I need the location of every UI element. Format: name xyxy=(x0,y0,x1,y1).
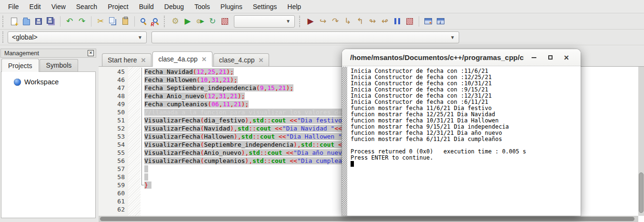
editor-tab-start-here[interactable]: Start here✕ xyxy=(102,53,151,66)
save-file-icon[interactable] xyxy=(32,15,45,27)
debugging-windows-icon[interactable] xyxy=(422,15,434,27)
replace-icon[interactable] xyxy=(150,15,162,27)
workspace-label: Workspace xyxy=(24,78,59,86)
redo-icon[interactable]: ↷ xyxy=(76,15,88,27)
scope-fold-line xyxy=(141,68,144,185)
menu-item-view[interactable]: View xyxy=(46,3,71,10)
terminal-output: Inicia Constructor de fecha con :11/6/21… xyxy=(351,68,580,167)
management-title: Management xyxy=(4,50,39,57)
management-panel: Management ✕ ProjectsSymbols Workspace xyxy=(0,49,97,222)
terminal-scrollbar[interactable] xyxy=(342,67,347,216)
build-target-select[interactable]: ▼ xyxy=(234,15,295,28)
chevron-down-icon: ▼ xyxy=(138,35,142,40)
debugger-toolbar: ▶↪↷↳↰↬↫ xyxy=(304,15,447,27)
terminal-window: /home/msantos/Documentos/c++/programas_c… xyxy=(342,49,581,216)
editor-tab-label: clase_4a.cpp xyxy=(158,55,198,63)
build-and-run-icon[interactable]: ⚙▶ xyxy=(194,15,206,27)
menu-item-file[interactable]: File xyxy=(3,3,24,10)
menu-item-plugins[interactable]: Plugins xyxy=(215,3,248,10)
terminal-line: Press ENTER to continue. xyxy=(351,155,580,161)
step-out-icon[interactable]: ↰ xyxy=(354,15,366,27)
terminal-body: Inicia Constructor de fecha con :11/6/21… xyxy=(342,67,581,216)
toolbar-grip[interactable] xyxy=(299,16,302,27)
toolbar-separator xyxy=(60,16,60,27)
compiler-toolbar: ⚙▶⚙▶↻▼ xyxy=(169,15,298,28)
scope-select-value: <global> xyxy=(12,33,38,41)
build-icon[interactable]: ⚙ xyxy=(169,15,181,27)
break-debugger-icon[interactable] xyxy=(391,15,403,27)
terminal-line: funcion mostrar fecha 6/11/21 Dia cumple… xyxy=(351,136,580,142)
menu-item-settings[interactable]: Settings xyxy=(248,3,282,10)
projects-tree: Workspace xyxy=(1,71,96,218)
close-tab-icon[interactable]: ✕ xyxy=(201,56,207,63)
menu-item-tools[interactable]: Tools xyxy=(189,3,215,10)
terminal-title: /home/msantos/Documentos/c++/programas_c… xyxy=(350,53,524,61)
various-info-icon[interactable] xyxy=(434,15,447,27)
menu-item-project[interactable]: Project xyxy=(102,3,134,10)
copy-icon[interactable] xyxy=(107,15,119,27)
line-number-gutter: 454647484950515253545556575859606162 xyxy=(99,67,128,216)
menu-item-edit[interactable]: Edit xyxy=(24,3,46,10)
find-icon[interactable] xyxy=(138,15,150,27)
menu-item-debug[interactable]: Debug xyxy=(159,3,189,10)
editor-tab-label: Start here xyxy=(108,56,137,64)
workspace-icon xyxy=(14,79,21,86)
minimize-button[interactable] xyxy=(528,51,540,64)
chevron-down-icon: ▼ xyxy=(286,19,291,24)
file-toolbar: ↶↷✂ xyxy=(8,15,162,27)
editor-tab-label: clase_4.cpp xyxy=(219,56,255,64)
code-completion-toolbar: <global> ▼ ▼ xyxy=(0,30,644,45)
horizontal-scrollbar-thumb[interactable] xyxy=(100,217,634,221)
chevron-down-icon: ▼ xyxy=(450,35,455,40)
terminal-title-bar[interactable]: /home/msantos/Documentos/c++/programas_c… xyxy=(342,49,581,66)
editor-tab-clase-4-cpp[interactable]: clase_4.cpp✕ xyxy=(213,53,270,66)
run-to-cursor-icon[interactable]: ↪ xyxy=(317,15,329,27)
close-icon[interactable]: ✕ xyxy=(88,50,94,56)
run-icon[interactable]: ▶ xyxy=(181,15,194,27)
open-file-icon[interactable] xyxy=(20,15,32,27)
toolbar-grip[interactable] xyxy=(2,16,5,27)
new-file-icon[interactable] xyxy=(8,15,20,27)
fold-margin[interactable] xyxy=(128,67,141,216)
symbol-select[interactable]: ▼ xyxy=(151,31,459,43)
editor-tab-clase-4a-cpp[interactable]: clase_4a.cpp✕ xyxy=(152,51,212,67)
abort-build-icon[interactable] xyxy=(219,15,231,27)
menu-bar: FileEditViewSearchProjectBuildDebugTools… xyxy=(0,0,644,13)
menu-item-search[interactable]: Search xyxy=(71,3,102,10)
cut-icon[interactable]: ✂ xyxy=(94,15,107,27)
close-tab-icon[interactable]: ✕ xyxy=(141,57,146,64)
management-title-bar: Management ✕ xyxy=(0,49,96,58)
toolbar-grip[interactable] xyxy=(2,31,5,43)
step-into-icon[interactable]: ↳ xyxy=(342,15,354,27)
close-button[interactable]: ✕ xyxy=(560,51,573,64)
rebuild-icon[interactable]: ↻ xyxy=(206,15,219,27)
terminal-cursor xyxy=(351,161,354,167)
toolbar-separator xyxy=(419,16,419,27)
menu-item-build[interactable]: Build xyxy=(134,3,159,10)
undo-icon[interactable]: ↶ xyxy=(63,15,76,27)
paste-icon[interactable] xyxy=(119,15,131,27)
next-line-icon[interactable]: ↷ xyxy=(329,15,342,27)
maximize-button[interactable] xyxy=(544,51,556,64)
editor-horizontal-scrollbar[interactable] xyxy=(99,216,638,222)
scope-select[interactable]: <global> ▼ xyxy=(8,31,147,43)
stop-debugger-icon[interactable] xyxy=(403,15,416,27)
toolbar-separator xyxy=(134,16,135,27)
toolbar-grip[interactable] xyxy=(164,16,167,27)
tree-item-workspace[interactable]: Workspace xyxy=(14,78,95,86)
close-tab-icon[interactable]: ✕ xyxy=(259,57,264,64)
menu-item-help[interactable]: Help xyxy=(282,3,306,10)
next-instruction-icon[interactable]: ↬ xyxy=(366,15,379,27)
debug-continue-icon[interactable]: ▶ xyxy=(304,15,317,27)
editor-vertical-scrollbar[interactable] xyxy=(638,67,644,216)
vertical-scrollbar-thumb[interactable] xyxy=(639,172,644,213)
step-into-instruction-icon[interactable]: ↫ xyxy=(379,15,391,27)
tab-symbols[interactable]: Symbols xyxy=(40,59,79,71)
toolbar-row: ↶↷✂⚙▶⚙▶↻▼▶↪↷↳↰↬↫ xyxy=(0,13,644,30)
save-all-icon[interactable] xyxy=(45,15,57,27)
toolbar-separator xyxy=(91,16,91,27)
tab-projects[interactable]: Projects xyxy=(1,59,39,72)
terminal-cursor-line xyxy=(351,161,580,167)
